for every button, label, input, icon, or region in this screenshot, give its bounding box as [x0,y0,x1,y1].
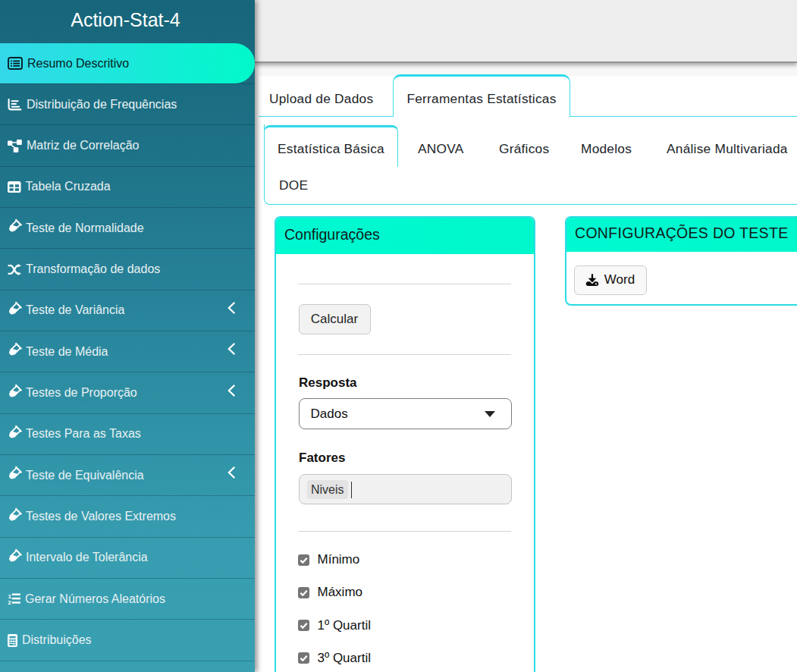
svg-text:2: 2 [8,599,11,604]
